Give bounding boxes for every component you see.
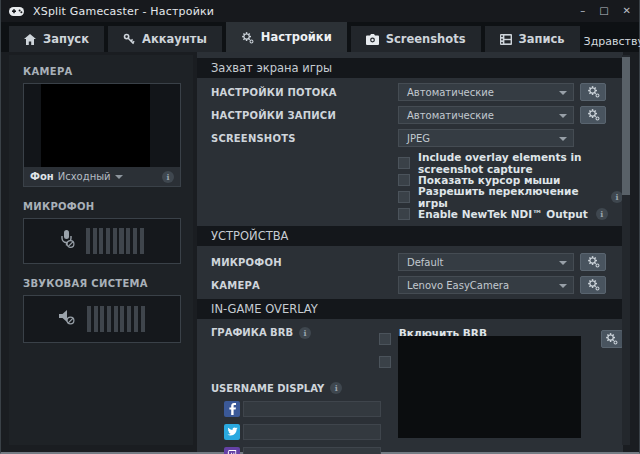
- checkbox[interactable]: [398, 191, 410, 203]
- speaker-muted-icon[interactable]: [58, 308, 77, 330]
- microphone-level-meter: [86, 228, 146, 254]
- titlebar: XSplit Gamecaster - Настройки – □ ✕: [1, 0, 639, 22]
- section-header-game-capture: Захват экрана игры: [197, 58, 623, 78]
- twitter-username-row: [224, 424, 623, 440]
- tab-label: Screenshots: [386, 32, 466, 46]
- checkbox-label: Enable NewTek NDI™ Output: [418, 208, 588, 220]
- checkbox-enable-brb[interactable]: [379, 333, 391, 345]
- checkbox[interactable]: [398, 157, 410, 169]
- checkbox[interactable]: [398, 174, 410, 186]
- settings-main: Захват экрана игры НАСТРОЙКИ ПОТОКА Авто…: [197, 52, 623, 452]
- stream-settings-dropdown[interactable]: Автоматические: [398, 83, 574, 101]
- scrollbar-track[interactable]: [622, 55, 630, 445]
- info-icon[interactable]: i: [596, 208, 608, 220]
- dropdown-value: Автоматические: [407, 110, 494, 121]
- device-camera-label: КАМЕРА: [197, 280, 398, 291]
- tab-label: Запуск: [43, 32, 89, 46]
- sound-level-meter: [87, 306, 147, 332]
- chevron-down-icon: [559, 137, 567, 141]
- film-icon: [500, 34, 512, 45]
- sidebar: КАМЕРА Фон Исходный i МИКРОФОН ЗВУКОВАЯ …: [9, 55, 193, 445]
- content-area: КАМЕРА Фон Исходный i МИКРОФОН ЗВУКОВАЯ …: [1, 52, 639, 452]
- chevron-down-icon: [559, 114, 567, 118]
- sound-meter-panel: [23, 295, 181, 343]
- camera-background-dropdown[interactable]: Фон Исходный i: [24, 167, 180, 186]
- info-icon[interactable]: i: [330, 382, 342, 394]
- twitch-icon: [224, 447, 240, 454]
- tab-launch[interactable]: Запуск: [9, 26, 104, 52]
- record-settings-gear-button[interactable]: [580, 106, 606, 124]
- maximize-button[interactable]: □: [599, 6, 608, 16]
- checkbox[interactable]: [398, 208, 410, 220]
- key-icon: [123, 33, 135, 45]
- tab-accounts[interactable]: Аккаунты: [108, 26, 222, 52]
- info-icon[interactable]: i: [299, 327, 311, 339]
- option-allow-game-switch: Разрешить переключение игры i: [398, 189, 623, 205]
- section-header-overlay: IN-GAME OVERLAY: [197, 299, 623, 319]
- facebook-icon: [224, 401, 240, 417]
- tab-record[interactable]: Запись: [485, 26, 580, 52]
- scrollbar-thumb[interactable]: [622, 57, 630, 195]
- dropdown-value: Default: [407, 257, 444, 268]
- sound-section-label: ЗВУКОВАЯ СИСТЕМА: [23, 278, 193, 289]
- xsplit-window: XSplit Gamecaster - Настройки – □ ✕ Запу…: [0, 0, 640, 454]
- dropdown-value: Lenovo EasyCamera: [407, 280, 509, 291]
- device-microphone-label: МИКРОФОН: [197, 257, 398, 268]
- tab-label: Запись: [519, 32, 565, 46]
- info-icon[interactable]: i: [162, 171, 174, 183]
- record-settings-row: НАСТРОЙКИ ЗАПИСИ Автоматические: [197, 106, 623, 124]
- screenshots-label: SCREENSHOTS: [197, 133, 398, 144]
- microphone-meter-panel: [23, 218, 181, 264]
- screenshots-format-dropdown[interactable]: JPEG: [398, 129, 574, 147]
- brb-gear-button[interactable]: [601, 330, 623, 348]
- record-settings-label: НАСТРОЙКИ ЗАПИСИ: [197, 110, 398, 121]
- greeting-text: Здравствуйте,: [584, 35, 640, 48]
- tab-settings[interactable]: Настройки: [226, 22, 347, 52]
- camera-icon: [366, 34, 379, 45]
- stream-settings-gear-button[interactable]: [580, 83, 606, 101]
- tab-screenshots[interactable]: Screenshots: [351, 26, 481, 52]
- dropdown-value: JPEG: [407, 133, 430, 144]
- record-settings-dropdown[interactable]: Автоматические: [398, 106, 574, 124]
- gear-icon: [587, 106, 600, 125]
- tab-label: Аккаунты: [142, 32, 207, 46]
- minimize-button[interactable]: –: [580, 6, 585, 16]
- gear-icon: [587, 276, 600, 295]
- gear-icon: [605, 330, 618, 349]
- window-title: XSplit Gamecaster - Настройки: [33, 5, 214, 18]
- checkbox-brb-audio[interactable]: [379, 356, 391, 368]
- chevron-down-icon: [559, 261, 567, 265]
- facebook-username-row: [224, 401, 623, 417]
- close-button[interactable]: ✕: [623, 6, 631, 16]
- facebook-username-input[interactable]: [243, 401, 381, 417]
- device-camera-dropdown[interactable]: Lenovo EasyCamera: [398, 276, 574, 294]
- username-display-block: USERNAME DISPLAY i: [197, 382, 623, 454]
- camera-section-label: КАМЕРА: [23, 66, 193, 77]
- tab-label: Настройки: [261, 30, 332, 44]
- twitch-username-input[interactable]: [243, 447, 381, 454]
- microphone-section-label: МИКРОФОН: [23, 201, 193, 212]
- microphone-gear-button[interactable]: [580, 253, 606, 271]
- background-label: Фон: [30, 171, 54, 182]
- dropdown-value: Автоматические: [407, 87, 494, 98]
- chevron-down-icon: [115, 175, 123, 179]
- device-microphone-dropdown[interactable]: Default: [398, 253, 574, 271]
- checkbox-label: Include overlay elements in screenshot c…: [418, 151, 623, 175]
- stream-settings-label: НАСТРОЙКИ ПОТОКА: [197, 87, 398, 98]
- microphone-muted-icon[interactable]: [59, 229, 76, 253]
- twitter-icon: [224, 424, 240, 440]
- brb-graphics-label: ГРАФИКА BRB: [211, 327, 293, 338]
- account-menu[interactable]: Здравствуйте, rrjqpdwq@anonmai...: [584, 35, 640, 52]
- device-camera-row: КАМЕРА Lenovo EasyCamera: [197, 276, 623, 294]
- home-icon: [24, 34, 36, 45]
- option-include-overlay: Include overlay elements in screenshot c…: [398, 155, 623, 171]
- twitch-username-row: [224, 447, 623, 454]
- gamepad-icon: [9, 5, 25, 17]
- camera-gear-button[interactable]: [580, 276, 606, 294]
- username-display-label: USERNAME DISPLAY: [211, 383, 324, 394]
- section-header-devices: УСТРОЙСТВА: [197, 226, 623, 246]
- twitter-username-input[interactable]: [243, 424, 381, 440]
- screenshots-row: SCREENSHOTS JPEG: [197, 129, 623, 147]
- chevron-down-icon: [559, 284, 567, 288]
- gear-icon: [587, 83, 600, 102]
